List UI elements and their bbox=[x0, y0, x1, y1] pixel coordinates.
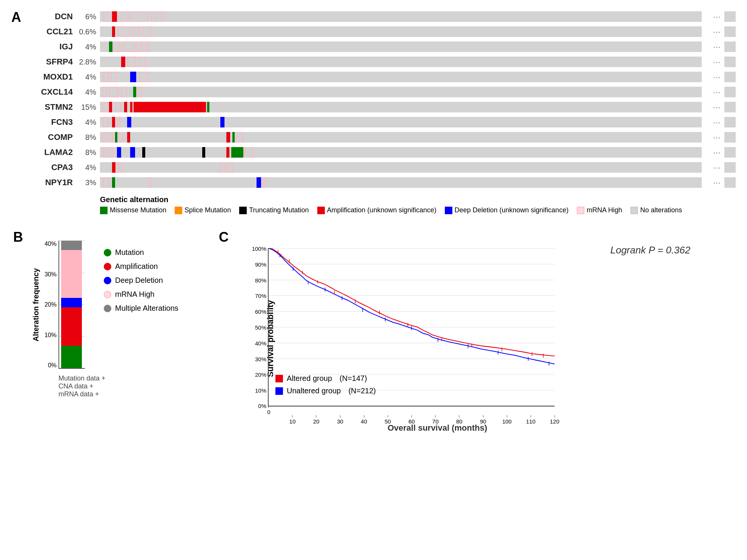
legend-deep-deletion-label: Deep Deletion (unknown significance) bbox=[455, 206, 569, 214]
dots-cxcl14: ··· bbox=[709, 87, 724, 97]
gene-label-stmn2: STMN2 bbox=[32, 102, 77, 112]
track-cxcl14 bbox=[100, 87, 702, 97]
gene-label-cxcl14: CXCL14 bbox=[32, 87, 77, 97]
track-fcn3 bbox=[100, 117, 702, 127]
c-x-axis-label: Overall survival (months) bbox=[387, 423, 487, 433]
section-c: C Logrank P = 0.362 Survival probability… bbox=[238, 229, 736, 437]
gene-label-npy1r: NPY1R bbox=[32, 178, 77, 187]
legend-truncating: Truncating Mutation bbox=[239, 206, 309, 214]
gene-pct-cxcl14: 4% bbox=[77, 88, 100, 97]
dots-fcn3: ··· bbox=[709, 117, 724, 127]
track-dcn bbox=[100, 11, 702, 22]
section-b-label: B bbox=[13, 229, 23, 245]
b-y-axis-label: Alteration frequency bbox=[32, 268, 40, 341]
gene-pct-dcn: 6% bbox=[77, 12, 100, 21]
legend-amplification: Amplification (unknown significance) bbox=[317, 206, 437, 214]
oncoprint-row-fcn3: FCN3 4% ··· bbox=[32, 115, 736, 129]
track-stmn2 bbox=[100, 102, 702, 112]
c-legend: Altered group (N=147) Unaltered group (N… bbox=[275, 374, 376, 395]
legend-deep-deletion: Deep Deletion (unknown significance) bbox=[445, 206, 569, 214]
gene-pct-npy1r: 3% bbox=[77, 178, 100, 187]
y-tick-10: 10% bbox=[45, 332, 57, 339]
section-b: B Alteration frequency 40% 30% 20% 10% 0… bbox=[30, 229, 200, 437]
bar-stack bbox=[61, 241, 82, 368]
track-moxd1 bbox=[100, 72, 702, 82]
track-npy1r bbox=[100, 177, 702, 188]
b-legend-deep-deletion: Deep Deletion bbox=[104, 276, 178, 285]
gene-label-igj: IGJ bbox=[32, 42, 77, 52]
oncoprint-row-moxd1: MOXD1 4% ··· bbox=[32, 70, 736, 84]
legend-missense-label: Missense Mutation bbox=[110, 206, 166, 214]
x-tick-0: 0 bbox=[269, 406, 269, 408]
track-sfrp4 bbox=[100, 57, 702, 67]
gene-pct-ccl21: 0.6% bbox=[77, 28, 100, 36]
b-legend-mutation-label: Mutation bbox=[115, 248, 144, 257]
dots-comp: ··· bbox=[709, 132, 724, 143]
genetic-alteration-label: Genetic alternation bbox=[100, 195, 168, 204]
gene-pct-cpa3: 4% bbox=[77, 163, 100, 172]
track-comp bbox=[100, 132, 702, 143]
b-legend-mrna-label: mRNA High bbox=[115, 290, 154, 299]
dots-moxd1: ··· bbox=[709, 72, 724, 82]
track-igj bbox=[100, 41, 702, 52]
dots-cpa3: ··· bbox=[709, 162, 724, 173]
c-legend-unaltered: Unaltered group (N=212) bbox=[275, 387, 376, 395]
legend-missense: Missense Mutation bbox=[100, 206, 166, 214]
bar-deep-del bbox=[61, 298, 82, 307]
gene-pct-moxd1: 4% bbox=[77, 73, 100, 81]
gene-pct-comp: 8% bbox=[77, 133, 100, 142]
gene-label-sfrp4: SFRP4 bbox=[32, 57, 77, 67]
gene-pct-lama2: 8% bbox=[77, 148, 100, 157]
dots-dcn: ··· bbox=[709, 11, 724, 22]
legend-amplification-label: Amplification (unknown significance) bbox=[327, 206, 437, 214]
y-tick-0: 0% bbox=[48, 362, 57, 369]
legend-truncating-label: Truncating Mutation bbox=[249, 206, 309, 214]
data-label-mutation: Mutation data + bbox=[58, 374, 200, 382]
legend-no-alteration: No alterations bbox=[630, 206, 682, 214]
legend-no-alteration-label: No alterations bbox=[640, 206, 682, 214]
oncoprint-row-igj: IGJ 4% ··· bbox=[32, 40, 736, 54]
logrank-text: Logrank P = 0.362 bbox=[610, 244, 690, 256]
section-c-label: C bbox=[219, 229, 229, 245]
dots-stmn2: ··· bbox=[709, 102, 724, 112]
b-legend-multiple-label: Multiple Alterations bbox=[115, 304, 178, 313]
data-label-cna: CNA data + bbox=[58, 382, 200, 390]
bar-mutation bbox=[61, 346, 82, 368]
oncoprint-section: DCN 6% ··· CCL21 0.6% bbox=[32, 9, 736, 214]
oncoprint-row-lama2: LAMA2 8% ··· bbox=[32, 145, 736, 160]
blue-censoring-ticks bbox=[280, 254, 549, 366]
gene-label-fcn3: FCN3 bbox=[32, 117, 77, 127]
gene-pct-fcn3: 4% bbox=[77, 118, 100, 127]
c-legend-unaltered-n: (N=212) bbox=[348, 387, 376, 395]
track-cpa3 bbox=[100, 162, 702, 173]
c-legend-altered: Altered group (N=147) bbox=[275, 374, 376, 383]
dots-sfrp4: ··· bbox=[709, 57, 724, 67]
oncoprint-row-ccl21: CCL21 0.6% ··· bbox=[32, 25, 736, 39]
red-censoring-ticks bbox=[278, 250, 543, 357]
oncoprint-row-cpa3: CPA3 4% ··· bbox=[32, 160, 736, 175]
red-survival-curve bbox=[269, 248, 555, 356]
gene-label-ccl21: CCL21 bbox=[32, 27, 77, 37]
oncoprint-row-cxcl14: CXCL14 4% ··· bbox=[32, 85, 736, 99]
oncoprint-row-comp: COMP 8% ··· bbox=[32, 130, 736, 144]
bar-amp bbox=[61, 307, 82, 346]
gene-label-dcn: DCN bbox=[32, 12, 77, 21]
gene-label-lama2: LAMA2 bbox=[32, 147, 77, 157]
b-legend-mrna-high: mRNA High bbox=[104, 290, 178, 299]
gene-label-cpa3: CPA3 bbox=[32, 163, 77, 172]
dots-lama2: ··· bbox=[709, 147, 724, 158]
b-legend-amplification-label: Amplification bbox=[115, 262, 158, 271]
gene-pct-igj: 4% bbox=[77, 43, 100, 51]
section-a-label: A bbox=[11, 9, 21, 25]
bar-mrna bbox=[61, 250, 82, 298]
oncoprint-row-npy1r: NPY1R 3% ··· bbox=[32, 175, 736, 190]
dots-ccl21: ··· bbox=[709, 26, 724, 37]
oncoprint-row-stmn2: STMN2 15% ··· bbox=[32, 100, 736, 114]
oncoprint-row-sfrp4: SFRP4 2.8% ··· bbox=[32, 55, 736, 69]
gene-pct-sfrp4: 2.8% bbox=[77, 58, 100, 66]
oncoprint-row-dcn: DCN 6% ··· bbox=[32, 9, 736, 24]
dots-igj: ··· bbox=[709, 41, 724, 52]
legend-mrna-high-label: mRNA High bbox=[587, 206, 622, 214]
c-legend-altered-label: Altered group bbox=[287, 374, 332, 383]
bar-multiple bbox=[61, 241, 82, 250]
